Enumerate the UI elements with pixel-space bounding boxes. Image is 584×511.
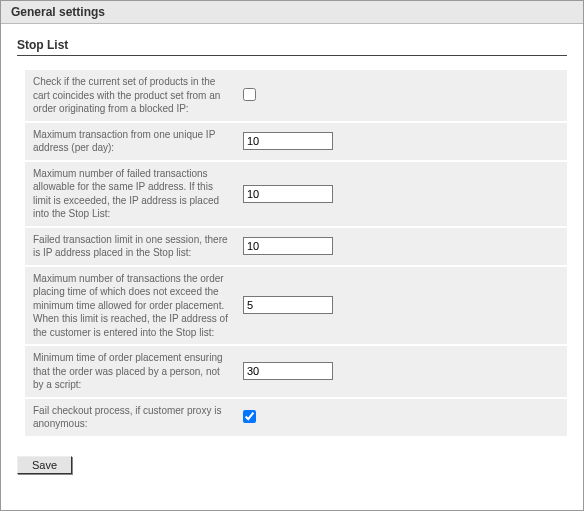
save-button[interactable]: Save (17, 456, 72, 474)
field-check-cart-blocked-ip (243, 88, 559, 103)
row-failed-trans-session: Failed transaction limit in one session,… (25, 228, 567, 265)
field-fail-anon-proxy (243, 410, 559, 425)
input-failed-trans-session[interactable] (243, 237, 333, 255)
label-max-failed-trans: Maximum number of failed transactions al… (33, 167, 243, 221)
checkbox-fail-anon-proxy[interactable] (243, 410, 256, 423)
panel-title: General settings (11, 5, 105, 19)
label-check-cart-blocked-ip: Check if the current set of products in … (33, 75, 243, 116)
input-min-order-time[interactable] (243, 362, 333, 380)
input-max-trans-ip-day[interactable] (243, 132, 333, 150)
form-area: Check if the current set of products in … (15, 70, 569, 436)
row-max-trans-ip-day: Maximum transaction from one unique IP a… (25, 123, 567, 160)
settings-panel: General settings Stop List Check if the … (0, 0, 584, 511)
field-min-order-time (243, 362, 559, 380)
input-max-failed-trans[interactable] (243, 185, 333, 203)
section-title: Stop List (17, 38, 567, 56)
label-fail-anon-proxy: Fail checkout process, if customer proxy… (33, 404, 243, 431)
field-max-failed-trans (243, 185, 559, 203)
row-max-trans-min-time: Maximum number of transactions the order… (25, 267, 567, 345)
row-max-failed-trans: Maximum number of failed transactions al… (25, 162, 567, 226)
field-max-trans-ip-day (243, 132, 559, 150)
field-max-trans-min-time (243, 296, 559, 314)
panel-header: General settings (1, 1, 583, 24)
input-max-trans-min-time[interactable] (243, 296, 333, 314)
label-max-trans-ip-day: Maximum transaction from one unique IP a… (33, 128, 243, 155)
field-failed-trans-session (243, 237, 559, 255)
row-min-order-time: Minimum time of order placement ensuring… (25, 346, 567, 397)
label-failed-trans-session: Failed transaction limit in one session,… (33, 233, 243, 260)
label-min-order-time: Minimum time of order placement ensuring… (33, 351, 243, 392)
panel-content: Stop List Check if the current set of pr… (1, 24, 583, 488)
checkbox-check-cart-blocked-ip[interactable] (243, 88, 256, 101)
row-check-cart-blocked-ip: Check if the current set of products in … (25, 70, 567, 121)
row-fail-anon-proxy: Fail checkout process, if customer proxy… (25, 399, 567, 436)
label-max-trans-min-time: Maximum number of transactions the order… (33, 272, 243, 340)
